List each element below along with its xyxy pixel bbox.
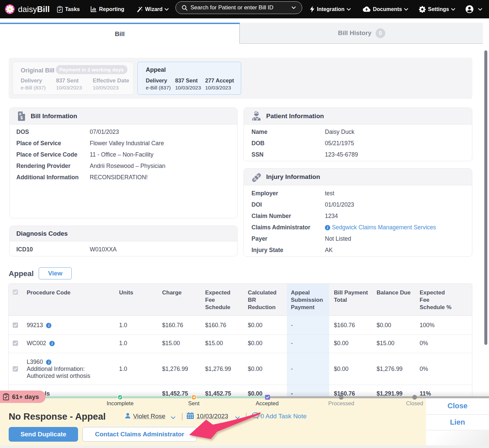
svg-text:$: $ [20, 115, 23, 120]
